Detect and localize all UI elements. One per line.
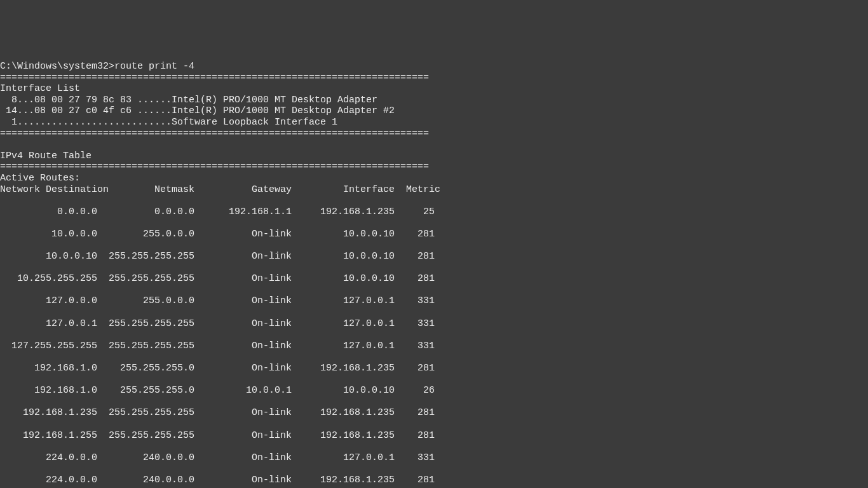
route-metric: 331	[395, 295, 435, 307]
route-dest: 127.0.0.1	[0, 318, 97, 330]
route-mask: 255.255.255.255	[97, 318, 194, 330]
route-metric: 331	[395, 341, 435, 352]
route-interface: 192.168.1.235	[292, 207, 395, 218]
interface-list-header: Interface List	[0, 83, 80, 94]
route-dest: 192.168.1.255	[0, 430, 97, 442]
col-met-header: Metric	[395, 184, 440, 196]
route-mask: 255.0.0.0	[97, 295, 194, 307]
route-metric: 281	[395, 251, 435, 262]
route-mask: 240.0.0.0	[97, 452, 194, 464]
route-dest: 127.0.0.0	[0, 295, 97, 307]
route-metric: 331	[395, 318, 435, 330]
route-interface: 127.0.0.1	[292, 452, 395, 464]
route-mask: 255.255.255.0	[97, 363, 194, 374]
route-dest: 127.255.255.255	[0, 341, 97, 352]
table-row: 224.0.0.0240.0.0.0On-link127.0.0.1331	[0, 452, 868, 464]
route-dest: 10.255.255.255	[0, 273, 97, 285]
route-gateway: On-link	[194, 295, 292, 307]
command-text: route print -4	[114, 61, 194, 72]
route-dest: 224.0.0.0	[0, 452, 97, 464]
table-row: 192.168.1.255255.255.255.255On-link192.1…	[0, 430, 868, 442]
interface-entry: 14...08 00 27 c0 4f c6 ......Intel(R) PR…	[0, 105, 395, 116]
prompt-line-1: C:\Windows\system32>route print -4	[0, 61, 194, 72]
col-gw-header: Gateway	[194, 184, 292, 196]
route-mask: 255.255.255.0	[97, 385, 194, 396]
route-interface: 10.0.0.10	[292, 273, 395, 285]
route-mask: 240.0.0.0	[97, 475, 194, 486]
col-if-header: Interface	[292, 184, 395, 196]
table-row: 10.0.0.10255.255.255.255On-link10.0.0.10…	[0, 251, 868, 262]
table-row: 0.0.0.00.0.0.0192.168.1.1192.168.1.23525	[0, 207, 868, 218]
route-gateway: On-link	[194, 407, 292, 419]
interface-entry: 8...08 00 27 79 8c 83 ......Intel(R) PRO…	[0, 95, 377, 105]
route-metric: 331	[395, 452, 435, 464]
route-dest: 0.0.0.0	[0, 207, 97, 218]
divider: ========================================…	[0, 128, 429, 139]
route-dest: 192.168.1.0	[0, 363, 97, 374]
route-interface: 127.0.0.1	[292, 341, 395, 352]
route-mask: 255.255.255.255	[97, 407, 194, 419]
table-row: 127.0.0.0255.0.0.0On-link127.0.0.1331	[0, 295, 868, 307]
route-interface: 10.0.0.10	[292, 385, 395, 396]
route-mask: 0.0.0.0	[97, 207, 194, 218]
route-table-header: IPv4 Route Table	[0, 151, 92, 161]
route-interface: 192.168.1.235	[292, 475, 395, 486]
table-row: 192.168.1.0255.255.255.0On-link192.168.1…	[0, 363, 868, 374]
table-row: 192.168.1.0255.255.255.010.0.0.110.0.0.1…	[0, 385, 868, 396]
route-interface: 10.0.0.10	[292, 229, 395, 240]
table-row: 10.255.255.255255.255.255.255On-link10.0…	[0, 273, 868, 285]
route-gateway: On-link	[194, 318, 292, 330]
route-dest: 224.0.0.0	[0, 475, 97, 486]
route-metric: 281	[395, 430, 435, 442]
table-row: 224.0.0.0240.0.0.0On-link192.168.1.23528…	[0, 475, 868, 486]
route-gateway: On-link	[194, 251, 292, 262]
route-gateway: 192.168.1.1	[194, 207, 292, 218]
table-row: 192.168.1.235255.255.255.255On-link192.1…	[0, 407, 868, 419]
prompt: C:\Windows\system32>	[0, 61, 114, 72]
route-interface: 10.0.0.10	[292, 251, 395, 262]
route-metric: 281	[395, 273, 435, 285]
route-gateway: On-link	[194, 229, 292, 240]
route-metric: 281	[395, 407, 435, 419]
route-gateway: On-link	[194, 341, 292, 352]
route-interface: 192.168.1.235	[292, 363, 395, 374]
route-interface: 127.0.0.1	[292, 318, 395, 330]
route-gateway: On-link	[194, 430, 292, 442]
route-mask: 255.0.0.0	[97, 229, 194, 240]
route-dest: 192.168.1.0	[0, 385, 97, 396]
route-gateway: 10.0.0.1	[194, 385, 292, 396]
route-gateway: On-link	[194, 363, 292, 374]
route-interface: 127.0.0.1	[292, 295, 395, 307]
route-interface: 192.168.1.235	[292, 430, 395, 442]
route-mask: 255.255.255.255	[97, 430, 194, 442]
table-row: 127.255.255.255255.255.255.255On-link127…	[0, 341, 868, 352]
route-metric: 25	[395, 207, 435, 218]
route-dest: 192.168.1.235	[0, 407, 97, 419]
route-gateway: On-link	[194, 452, 292, 464]
route-mask: 255.255.255.255	[97, 273, 194, 285]
table-row: 127.0.0.1255.255.255.255On-link127.0.0.1…	[0, 318, 868, 330]
route-dest: 10.0.0.10	[0, 251, 97, 262]
route-metric: 281	[395, 363, 435, 374]
route-gateway: On-link	[194, 273, 292, 285]
route-mask: 255.255.255.255	[97, 341, 194, 352]
route-interface: 192.168.1.235	[292, 407, 395, 419]
route-metric: 281	[395, 475, 435, 486]
route-mask: 255.255.255.255	[97, 251, 194, 262]
route-metric: 281	[395, 229, 435, 240]
table-header-row: Network DestinationNetmaskGatewayInterfa…	[0, 184, 868, 196]
divider: ========================================…	[0, 72, 429, 83]
route-dest: 10.0.0.0	[0, 229, 97, 240]
table-row: 10.0.0.0255.0.0.0On-link10.0.0.10281	[0, 229, 868, 240]
route-gateway: On-link	[194, 475, 292, 486]
terminal-output[interactable]: C:\Windows\system32>route print -4 =====…	[0, 44, 868, 488]
divider: ========================================…	[0, 161, 429, 172]
interface-entry: 1...........................Software Loo…	[0, 117, 337, 128]
route-metric: 26	[395, 385, 435, 396]
active-routes-header: Active Routes:	[0, 173, 80, 184]
col-mask-header: Netmask	[109, 184, 194, 196]
route-rows-container: 0.0.0.00.0.0.0192.168.1.1192.168.1.23525…	[0, 207, 868, 488]
col-dest-header: Network Destination	[0, 184, 109, 195]
